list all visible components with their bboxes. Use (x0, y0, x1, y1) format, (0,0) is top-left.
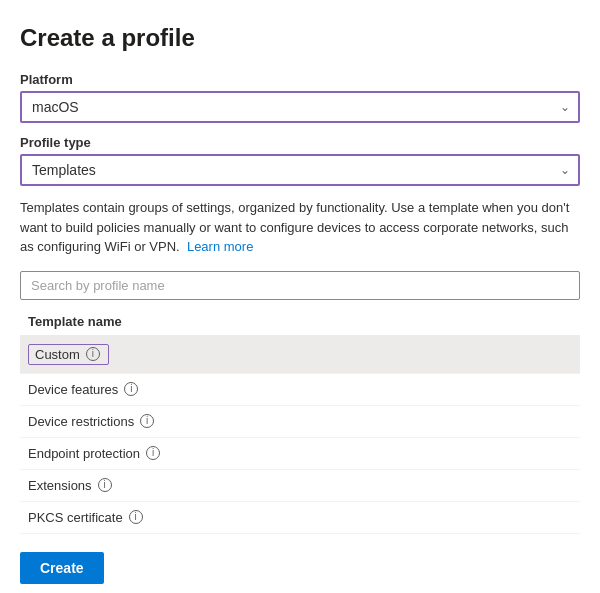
list-item[interactable]: Device features i (20, 374, 580, 406)
info-icon[interactable]: i (86, 347, 100, 361)
item-name: Device features (28, 382, 118, 397)
search-wrapper (20, 271, 580, 300)
info-icon[interactable]: i (129, 510, 143, 524)
item-name: Extensions (28, 478, 92, 493)
item-name: Device restrictions (28, 414, 134, 429)
list-item[interactable]: PKCS certificate i (20, 502, 580, 534)
item-name: Custom (35, 347, 80, 362)
description-text: Templates contain groups of settings, or… (20, 198, 580, 257)
item-name: Endpoint protection (28, 446, 140, 461)
list-item[interactable]: Custom i (20, 336, 580, 374)
profile-type-select[interactable]: Templates Settings catalog (20, 154, 580, 186)
info-icon[interactable]: i (146, 446, 160, 460)
learn-more-link[interactable]: Learn more (187, 239, 253, 254)
page-title: Create a profile (20, 24, 580, 52)
platform-field-group: Platform macOS Windows 10 and later iOS/… (20, 72, 580, 123)
item-name: PKCS certificate (28, 510, 123, 525)
profile-type-select-wrapper: Templates Settings catalog ⌄ (20, 154, 580, 186)
profile-type-field-group: Profile type Templates Settings catalog … (20, 135, 580, 186)
list-item[interactable]: Device restrictions i (20, 406, 580, 438)
info-icon[interactable]: i (98, 478, 112, 492)
platform-select[interactable]: macOS Windows 10 and later iOS/iPadOS An… (20, 91, 580, 123)
search-input[interactable] (20, 271, 580, 300)
platform-select-wrapper: macOS Windows 10 and later iOS/iPadOS An… (20, 91, 580, 123)
platform-label: Platform (20, 72, 580, 87)
list-item[interactable]: Extensions i (20, 470, 580, 502)
selected-item-box: Custom i (28, 344, 109, 365)
info-icon[interactable]: i (124, 382, 138, 396)
profile-type-label: Profile type (20, 135, 580, 150)
create-button[interactable]: Create (20, 552, 104, 584)
template-list-header: Template name (20, 308, 580, 336)
list-item[interactable]: Endpoint protection i (20, 438, 580, 470)
info-icon[interactable]: i (140, 414, 154, 428)
template-list: Custom i Device features i Device restri… (20, 336, 580, 534)
